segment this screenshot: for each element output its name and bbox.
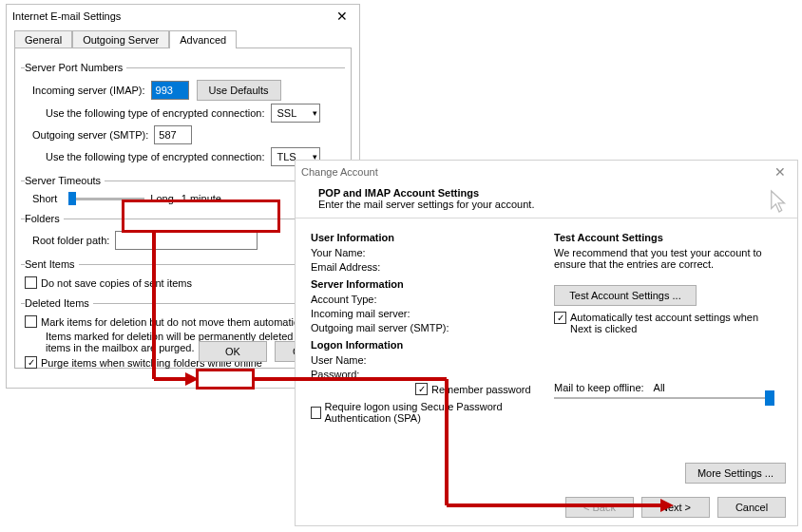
test-account-settings-button[interactable]: Test Account Settings ...: [554, 285, 697, 306]
close-icon[interactable]: ✕: [331, 9, 353, 24]
dlg2-titlebar: Change Account ✕: [296, 161, 797, 183]
more-settings-button[interactable]: More Settings ...: [685, 463, 786, 484]
group-server-timeouts-label: Server Timeouts: [25, 175, 105, 186]
user-name-label: User Name:: [311, 354, 539, 366]
chevron-down-icon: ▾: [313, 108, 317, 118]
incoming-encryption-label: Use the following type of encrypted conn…: [46, 107, 271, 119]
dlg2-body: User Information Your Name: Email Addres…: [296, 218, 797, 427]
email-address-label: Email Address:: [311, 261, 539, 273]
spa-checkbox[interactable]: [311, 407, 321, 419]
outgoing-server-port-input[interactable]: [154, 125, 192, 144]
close-icon[interactable]: ✕: [769, 164, 792, 180]
group-deleted-items-label: Deleted Items: [25, 297, 93, 309]
slider-thumb-icon: [765, 390, 774, 406]
section-test-account-settings: Test Account Settings: [554, 232, 782, 243]
outgoing-server-label: Outgoing server (SMTP):: [32, 129, 154, 141]
tab-general[interactable]: General: [14, 30, 72, 48]
dlg2-banner: POP and IMAP Account Settings Enter the …: [296, 183, 797, 218]
timeout-value: 1 minute: [181, 193, 221, 204]
dlg2-right-column: Test Account Settings We recommend that …: [554, 226, 782, 427]
incoming-encryption-combo[interactable]: SSL ▾: [271, 104, 320, 123]
dlg2-title: Change Account: [301, 166, 769, 178]
group-folders-label: Folders: [25, 213, 64, 224]
auto-test-label: Automatically test account settings when…: [570, 312, 770, 334]
test-account-note: We recommend that you test your account …: [554, 247, 782, 270]
dlg2-left-column: User Information Your Name: Email Addres…: [311, 226, 539, 427]
mail-to-keep-value: All: [654, 382, 665, 393]
spa-label: Require logon using Secure Password Auth…: [325, 401, 539, 424]
group-server-port-numbers-label: Server Port Numbers: [25, 62, 126, 73]
outgoing-mail-server-label: Outgoing mail server (SMTP):: [311, 322, 539, 333]
mail-to-keep-label: Mail to keep offline:: [554, 382, 644, 393]
auto-test-checkbox[interactable]: [554, 312, 566, 324]
mark-for-deletion-label: Mark items for deletion but do not move …: [41, 316, 315, 328]
mark-for-deletion-checkbox[interactable]: [25, 315, 37, 328]
section-server-information: Server Information: [311, 278, 539, 290]
change-account-dialog: Change Account ✕ POP and IMAP Account Se…: [295, 160, 798, 526]
dlg2-heading: POP and IMAP Account Settings: [318, 187, 784, 199]
cursor-icon: [769, 189, 790, 216]
sent-items-checkbox[interactable]: [25, 276, 37, 289]
purge-checkbox[interactable]: [25, 356, 37, 369]
remember-password-label: Remember password: [431, 384, 531, 395]
timeout-long-label: Long: [150, 193, 173, 204]
tab-outgoing-server[interactable]: Outgoing Server: [72, 30, 169, 48]
group-server-port-numbers: Server Port Numbers Incoming server (IMA…: [21, 62, 345, 169]
ok-button[interactable]: OK: [199, 341, 267, 362]
root-folder-label: Root folder path:: [32, 235, 115, 246]
section-user-information: User Information: [311, 232, 539, 243]
use-defaults-button[interactable]: Use Defaults: [197, 80, 281, 101]
timeout-slider[interactable]: [68, 198, 144, 200]
dlg2-subheading: Enter the mail server settings for your …: [318, 199, 784, 210]
sent-items-checkbox-label: Do not save copies of sent items: [41, 277, 192, 289]
back-button[interactable]: < Back: [565, 497, 634, 518]
dlg2-button-bar: < Back Next > Cancel: [565, 497, 786, 518]
incoming-server-label: Incoming server (IMAP):: [32, 85, 151, 96]
slider-thumb-icon: [68, 192, 76, 205]
group-sent-items-label: Sent Items: [25, 258, 79, 270]
outgoing-encryption-value: TLS: [277, 151, 296, 162]
account-type-label: Account Type:: [311, 294, 539, 305]
cancel-button[interactable]: Cancel: [717, 497, 786, 518]
incoming-server-port-input[interactable]: [151, 81, 189, 100]
incoming-encryption-value: SSL: [277, 107, 297, 119]
timeout-short-label: Short: [32, 193, 63, 204]
password-label: Password:: [311, 369, 539, 380]
dlg1-title: Internet E-mail Settings: [12, 10, 331, 22]
outgoing-encryption-label: Use the following type of encrypted conn…: [46, 151, 271, 162]
tabstrip: General Outgoing Server Advanced: [7, 28, 359, 48]
mail-to-keep-slider[interactable]: [554, 397, 782, 399]
dlg1-titlebar: Internet E-mail Settings ✕: [7, 5, 359, 28]
incoming-mail-server-label: Incoming mail server:: [311, 308, 539, 319]
section-logon-information: Logon Information: [311, 339, 539, 351]
your-name-label: Your Name:: [311, 247, 539, 258]
root-folder-input[interactable]: [115, 231, 258, 250]
remember-password-checkbox[interactable]: [415, 383, 428, 395]
tab-advanced[interactable]: Advanced: [169, 30, 237, 48]
next-button[interactable]: Next >: [641, 497, 710, 518]
